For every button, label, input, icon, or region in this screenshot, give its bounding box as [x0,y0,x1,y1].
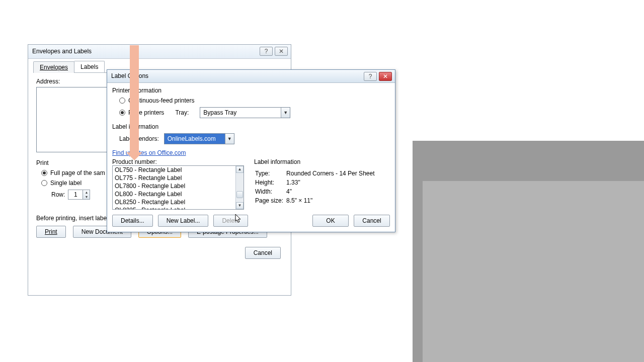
vendor-combobox[interactable]: OnlineLabels.com ▼ [164,133,234,144]
print-button[interactable]: Print [36,226,66,238]
row-down-icon[interactable]: ▼ [83,195,90,199]
radio-full-page-label: Full page of the sam [50,169,105,176]
mouse-cursor-icon [235,214,242,223]
label-details-heading: Label information [254,158,390,165]
list-item[interactable]: OL750 - Rectangle Label [113,166,235,174]
label-options-dialog: Label Options ? ✕ Printer information Co… [107,69,395,232]
list-item[interactable]: OL8250 - Rectangle Label [113,198,235,206]
dialog2-help-button[interactable]: ? [364,72,377,81]
radio-continuous-feed[interactable] [119,98,125,104]
list-item[interactable]: OL775 - Rectangle Label [113,174,235,182]
details-button[interactable]: Details... [112,215,153,227]
vendor-label: Label vendors: [119,135,159,142]
dialog2-close-button[interactable]: ✕ [379,72,392,81]
row-input[interactable] [68,190,83,199]
dialog2-titlebar[interactable]: Label Options ? ✕ [107,70,395,83]
scroll-down-icon[interactable]: ▼ [236,202,244,209]
tab-envelopes[interactable]: Envelopes [33,61,74,73]
chevron-down-icon[interactable]: ▼ [281,108,290,118]
updates-link[interactable]: Find updates on Office.com [112,149,186,156]
list-item[interactable]: OL8325 - Rectangle Label [113,206,235,209]
chevron-down-icon[interactable]: ▼ [225,134,234,144]
scroll-up-icon[interactable]: ▲ [236,166,244,173]
radio-single-label-text: Single label [50,179,82,187]
radio-single-label[interactable] [41,180,47,186]
row-stepper[interactable]: ▲▼ [68,190,90,200]
dialog1-cancel-button[interactable]: Cancel [245,247,281,259]
radio-page-printers[interactable] [119,110,125,116]
tray-combobox[interactable]: Bypass Tray ▼ [200,107,290,118]
radio-full-page[interactable] [41,170,47,176]
row-up-icon[interactable]: ▲ [83,190,90,195]
list-item[interactable]: OL800 - Rectangle Label [113,190,235,198]
tray-value: Bypass Tray [200,108,281,118]
row-label: Row: [51,191,65,198]
ok-button[interactable]: OK [312,215,349,227]
list-scrollbar[interactable]: ▲ ▼ [235,166,244,209]
label-info-heading: Label information [112,123,390,130]
label-details-table: Type:Rounded Corners - 14 Per Sheet Heig… [254,168,377,206]
printer-info-heading: Printer information [112,87,390,94]
delete-button: Delete [213,215,248,227]
dialog1-titlebar[interactable]: Envelopes and Labels ? ✕ [28,45,291,59]
new-label-button[interactable]: New Label... [158,215,209,227]
right-backdrop [413,0,644,362]
tab-labels[interactable]: Labels [74,61,105,72]
scroll-thumb[interactable] [236,191,243,198]
product-listbox[interactable]: OL750 - Rectangle Label OL775 - Rectangl… [112,165,244,210]
list-item[interactable]: OL7800 - Rectangle Label [113,182,235,190]
tray-label: Tray: [175,109,189,116]
vendor-value: OnlineLabels.com [165,134,225,144]
dialog2-cancel-button[interactable]: Cancel [354,215,390,227]
dialog1-close-button[interactable]: ✕ [275,47,288,56]
dialog1-title: Envelopes and Labels [32,48,92,55]
instruction-arrow [130,45,139,153]
dialog1-help-button[interactable]: ? [260,47,273,56]
